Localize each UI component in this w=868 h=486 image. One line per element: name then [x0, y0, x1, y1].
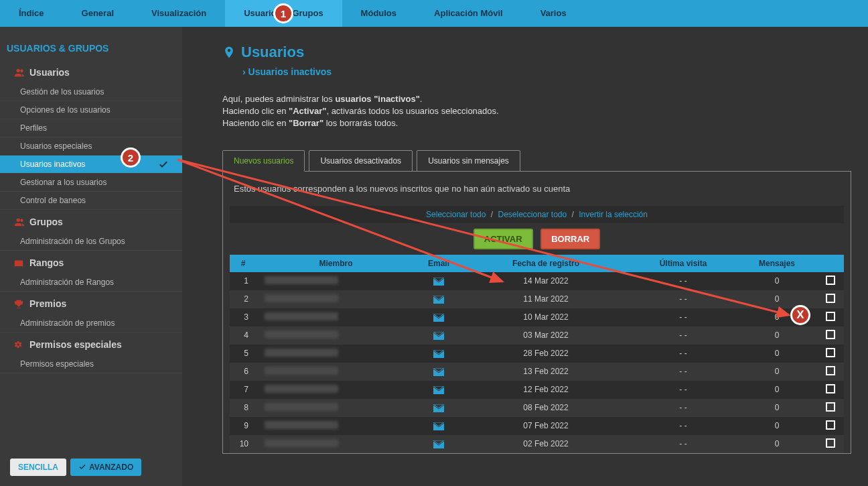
email-cell[interactable]	[415, 381, 462, 399]
sidebar-section-header: Usuarios	[0, 60, 182, 83]
checkbox-icon	[826, 438, 835, 448]
messages-cell: 0	[737, 399, 817, 417]
simple-mode-button[interactable]: SENCILLA	[10, 459, 66, 476]
mail-icon	[433, 349, 444, 358]
table-row: 528 Feb 2022- -0	[230, 345, 844, 363]
table-header[interactable]: Mensajes	[737, 255, 817, 272]
table-header[interactable]: Fecha de registro	[462, 255, 630, 272]
mail-icon	[433, 312, 444, 322]
row-checkbox-cell[interactable]	[817, 308, 844, 326]
row-index: 3	[230, 308, 257, 326]
sidebar-item[interactable]: Usuarios especiales	[0, 137, 182, 156]
date-cell: 02 Feb 2022	[462, 435, 630, 453]
sidebar-item[interactable]: Gestionar a los usuarios	[0, 174, 182, 192]
row-checkbox-cell[interactable]	[817, 435, 844, 453]
date-cell: 07 Feb 2022	[462, 417, 630, 435]
sidebar-item[interactable]: Opciones de los usuarios	[0, 101, 182, 119]
delete-button[interactable]: BORRAR	[540, 229, 600, 249]
table-header[interactable]: Última visita	[630, 255, 737, 272]
email-cell[interactable]	[415, 345, 462, 363]
gear-icon	[13, 339, 24, 350]
sidebar-item[interactable]: Gestión de los usuarios	[0, 83, 182, 101]
table-row: 114 Mar 2022- -0	[230, 272, 844, 290]
row-checkbox-cell[interactable]	[817, 417, 844, 435]
row-checkbox-cell[interactable]	[817, 399, 844, 417]
table-row: 712 Feb 2022- -0	[230, 381, 844, 399]
breadcrumb[interactable]: › Usuarios inactivos	[242, 66, 851, 77]
date-cell: 12 Feb 2022	[462, 381, 630, 399]
row-checkbox-cell[interactable]	[817, 381, 844, 399]
action-row: ACTIVAR BORRAR	[230, 223, 844, 255]
topnav-tab[interactable]: Visualización	[133, 0, 225, 27]
sidebar-item[interactable]: Usuarios inactivos	[0, 156, 182, 174]
table-row: 211 Mar 2022- -0	[230, 290, 844, 308]
member-cell[interactable]	[257, 363, 415, 381]
row-index: 10	[230, 435, 257, 453]
checkbox-icon	[826, 330, 835, 339]
email-cell[interactable]	[415, 363, 462, 381]
messages-cell: 0	[737, 272, 817, 290]
topnav-tab[interactable]: Aplicación Móvil	[415, 0, 522, 27]
last-visit-cell: - -	[630, 381, 737, 399]
sidebar-item[interactable]: Administración de premios	[0, 314, 182, 332]
mail-icon	[433, 403, 444, 412]
row-index: 4	[230, 326, 257, 345]
deselect-all-link[interactable]: Deseleccionar todo	[498, 210, 567, 219]
member-cell[interactable]	[257, 272, 415, 290]
email-cell[interactable]	[415, 272, 462, 290]
table-header[interactable]: #	[230, 255, 257, 272]
sidebar-item[interactable]: Administración de Rangos	[0, 274, 182, 292]
activate-button[interactable]: ACTIVAR	[474, 229, 533, 249]
member-cell[interactable]	[257, 435, 415, 453]
row-checkbox-cell[interactable]	[817, 345, 844, 363]
select-all-link[interactable]: Seleccionar todo	[426, 210, 486, 219]
check-icon	[158, 160, 169, 172]
main-content: Usuarios › Usuarios inactivos Aquí, pued…	[182, 27, 868, 486]
sidebar-item[interactable]: Administración de los Grupos	[0, 233, 182, 251]
last-visit-cell: - -	[630, 290, 737, 308]
row-checkbox-cell[interactable]	[817, 290, 844, 308]
subtab[interactable]: Usuarios desactivados	[309, 150, 413, 172]
sidebar-item[interactable]: Perfiles	[0, 119, 182, 137]
table-row: 1002 Feb 2022- -0	[230, 435, 844, 453]
email-cell[interactable]	[415, 290, 462, 308]
date-cell: 08 Feb 2022	[462, 399, 630, 417]
member-cell[interactable]	[257, 399, 415, 417]
messages-cell: 0	[737, 381, 817, 399]
member-cell[interactable]	[257, 308, 415, 326]
table-header[interactable]	[817, 255, 844, 272]
table-header[interactable]: Miembro	[257, 255, 415, 272]
advanced-mode-button[interactable]: AVANZADO	[70, 459, 141, 476]
messages-cell: 0	[737, 417, 817, 435]
member-cell[interactable]	[257, 345, 415, 363]
topnav-tab[interactable]: Módulos	[342, 0, 415, 27]
page-title: Usuarios	[222, 44, 851, 61]
pin-icon	[222, 46, 236, 59]
email-cell[interactable]	[415, 308, 462, 326]
sidebar-item[interactable]: Control de baneos	[0, 192, 182, 210]
email-cell[interactable]	[415, 417, 462, 435]
messages-cell: 0	[737, 435, 817, 453]
row-checkbox-cell[interactable]	[817, 272, 844, 290]
subtab[interactable]: Usuarios sin mensajes	[417, 150, 520, 172]
member-cell[interactable]	[257, 381, 415, 399]
topnav-tab[interactable]: Varios	[522, 0, 585, 27]
sidebar-item[interactable]: Permisos especiales	[0, 355, 182, 373]
email-cell[interactable]	[415, 435, 462, 453]
member-cell[interactable]	[257, 417, 415, 435]
table-header[interactable]: Email	[415, 255, 462, 272]
row-checkbox-cell[interactable]	[817, 363, 844, 381]
email-cell[interactable]	[415, 399, 462, 417]
invert-selection-link[interactable]: Invertir la selección	[579, 210, 648, 219]
sidebar-section-header: Premios	[0, 292, 182, 314]
last-visit-cell: - -	[630, 345, 737, 363]
checkbox-icon	[826, 294, 835, 303]
row-checkbox-cell[interactable]	[817, 326, 844, 345]
topnav-tab[interactable]: Índice	[0, 0, 63, 27]
email-cell[interactable]	[415, 326, 462, 345]
member-cell[interactable]	[257, 326, 415, 345]
subtab[interactable]: Nuevos usuarios	[222, 150, 305, 172]
table-row: 907 Feb 2022- -0	[230, 417, 844, 435]
topnav-tab[interactable]: General	[63, 0, 133, 27]
member-cell[interactable]	[257, 290, 415, 308]
